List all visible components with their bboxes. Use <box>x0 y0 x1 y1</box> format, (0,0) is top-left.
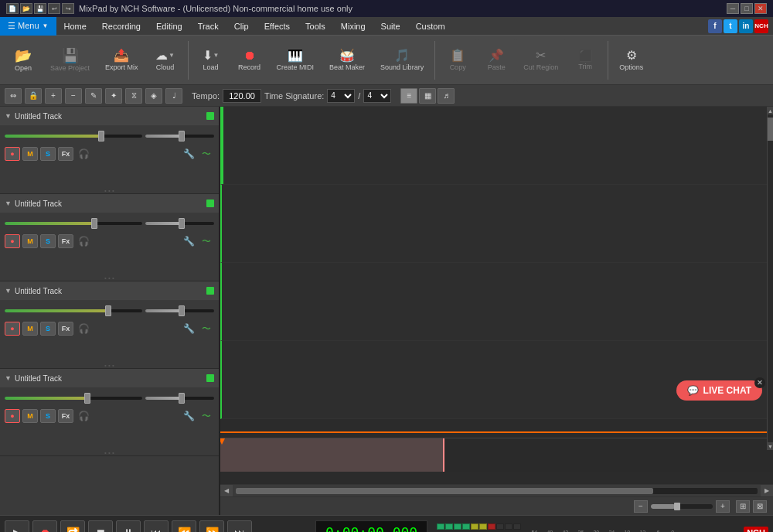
track-1-mute-button[interactable]: M <box>22 147 38 161</box>
menu-btn-suite[interactable]: Suite <box>373 17 408 36</box>
prev-marker-button[interactable]: ⏮ <box>144 520 169 533</box>
track-1-waveform-icon[interactable]: 〜 <box>199 147 214 161</box>
tool-btn-5[interactable]: ✎ <box>85 88 102 104</box>
tool-btn-2[interactable]: 🔒 <box>25 88 42 104</box>
scroll-left-arrow[interactable]: ◀ <box>220 485 233 497</box>
track-1-pan-fader[interactable] <box>145 135 214 138</box>
track-4-pan-fader[interactable] <box>145 397 214 400</box>
tool-btn-9[interactable]: ♩ <box>165 88 182 104</box>
track-3-volume-fader[interactable] <box>5 309 142 312</box>
menu-btn-menu[interactable]: ☰ Menu ▼ <box>0 17 56 36</box>
track-4-solo-button[interactable]: S <box>40 409 56 423</box>
menu-btn-track[interactable]: Track <box>190 17 226 36</box>
track-1-headphone-icon[interactable]: 🎧 <box>76 147 91 161</box>
track-2-fx-button[interactable]: Fx <box>58 234 73 248</box>
track-4-settings-icon[interactable]: 🔧 <box>181 409 196 423</box>
zoom-in-button[interactable]: + <box>716 500 730 513</box>
track-3-mute-button[interactable]: M <box>22 322 38 336</box>
track-4-volume-fader[interactable] <box>5 397 142 400</box>
scroll-track[interactable] <box>236 488 758 494</box>
zoom-out-button[interactable]: − <box>634 500 648 513</box>
v-scroll-up-arrow[interactable]: ▲ <box>768 107 773 114</box>
open-button[interactable]: 📂 Open <box>5 39 42 82</box>
fast-forward-button[interactable]: ⏩ <box>199 520 224 533</box>
track-2-mute-button[interactable]: M <box>22 234 38 248</box>
track-3-settings-icon[interactable]: 🔧 <box>181 322 196 336</box>
record-button[interactable]: ⏺ Record <box>231 39 268 82</box>
track-4-headphone-icon[interactable]: 🎧 <box>76 409 91 423</box>
track-1-fx-button[interactable]: Fx <box>58 147 73 161</box>
track-3-solo-button[interactable]: S <box>40 322 56 336</box>
play-button[interactable]: ▶ <box>5 520 29 533</box>
track-2-pan-fader[interactable] <box>145 222 214 225</box>
menu-btn-recording[interactable]: Recording <box>94 17 148 36</box>
menu-btn-mixing[interactable]: Mixing <box>333 17 373 36</box>
menu-btn-editing[interactable]: Editing <box>148 17 190 36</box>
track-1-solo-button[interactable]: S <box>40 147 56 161</box>
stop-button[interactable]: ⏹ <box>88 520 113 533</box>
export-mix-button[interactable]: 📤 Export Mix <box>98 39 145 82</box>
menu-btn-clip[interactable]: Clip <box>226 17 257 36</box>
time-sig-numerator[interactable]: 436 <box>327 89 355 103</box>
rewind-button[interactable]: ⏪ <box>172 520 196 533</box>
zoom-slider[interactable] <box>651 504 713 509</box>
cut-region-button[interactable]: ✂ Cut Region <box>516 39 565 82</box>
tool-btn-1[interactable]: ⇔ <box>5 88 22 104</box>
beat-maker-button[interactable]: 🥁 Beat Maker <box>322 39 372 82</box>
track-3-rec-button[interactable]: ● <box>5 322 20 336</box>
scroll-thumb[interactable] <box>236 488 653 494</box>
minimize-button[interactable]: ─ <box>727 3 739 14</box>
time-sig-denominator[interactable]: 482 <box>363 89 391 103</box>
scroll-right-arrow[interactable]: ▶ <box>761 485 773 497</box>
track-2-volume-fader[interactable] <box>5 222 142 225</box>
cloud-button[interactable]: ☁ ▼ Cloud <box>147 39 184 82</box>
undo-icon[interactable]: ↩ <box>48 3 60 14</box>
track-2-rec-button[interactable]: ● <box>5 234 20 248</box>
pause-button[interactable]: ⏸ <box>116 520 141 533</box>
vertical-scrollbar[interactable]: ▲ ▼ <box>767 107 773 450</box>
track-1-rec-button[interactable]: ● <box>5 147 20 161</box>
maximize-button[interactable]: □ <box>741 3 753 14</box>
track-2-waveform-icon[interactable]: 〜 <box>199 234 214 248</box>
linkedin-icon[interactable]: in <box>739 19 753 33</box>
track-1-settings-icon[interactable]: 🔧 <box>181 147 196 161</box>
track-4-waveform-icon[interactable]: 〜 <box>199 409 214 423</box>
menu-btn-effects[interactable]: Effects <box>257 17 298 36</box>
tempo-input[interactable] <box>223 89 261 103</box>
paste-button[interactable]: 📌 Paste <box>478 39 515 82</box>
sound-library-button[interactable]: 🎵 Sound Library <box>373 39 431 82</box>
next-marker-button[interactable]: ⏭ <box>227 520 252 533</box>
track-2-settings-icon[interactable]: 🔧 <box>181 234 196 248</box>
close-button[interactable]: ✕ <box>754 3 767 14</box>
tool-btn-4[interactable]: − <box>65 88 82 104</box>
tool-btn-8[interactable]: ◈ <box>145 88 162 104</box>
live-chat-button[interactable]: 💬 LIVE CHAT ✕ <box>676 380 762 401</box>
tool-btn-3[interactable]: + <box>45 88 62 104</box>
copy-button[interactable]: 📋 Copy <box>439 39 476 82</box>
v-scroll-down-arrow[interactable]: ▼ <box>768 442 773 450</box>
live-chat-close-icon[interactable]: ✕ <box>754 377 765 388</box>
track-3-waveform-icon[interactable]: 〜 <box>199 322 214 336</box>
create-midi-button[interactable]: 🎹 Create MIDI <box>270 39 322 82</box>
twitter-icon[interactable]: t <box>724 19 737 33</box>
tool-btn-7[interactable]: ⧖ <box>125 88 142 104</box>
facebook-icon[interactable]: f <box>708 19 722 33</box>
view-btn-blocks[interactable]: ▦ <box>419 88 436 104</box>
menu-btn-tools[interactable]: Tools <box>298 17 333 36</box>
menu-btn-custom[interactable]: Custom <box>408 17 453 36</box>
track-3-fx-button[interactable]: Fx <box>58 322 73 336</box>
view-btn-waveform[interactable]: ≡ <box>400 88 417 104</box>
v-scroll-thumb[interactable] <box>768 118 773 141</box>
tool-btn-6[interactable]: ✦ <box>105 88 122 104</box>
load-button[interactable]: ⬇ ▼ Load <box>192 39 230 82</box>
zoom-reset-button[interactable]: ⊠ <box>753 500 767 513</box>
track-2-solo-button[interactable]: S <box>40 234 56 248</box>
track-3-headphone-icon[interactable]: 🎧 <box>76 322 91 336</box>
record-transport-button[interactable]: ⏺ <box>32 520 57 533</box>
options-button[interactable]: ⚙ Options <box>612 39 650 82</box>
redo-icon[interactable]: ↪ <box>62 3 74 14</box>
view-btn-notes[interactable]: ♬ <box>438 88 455 104</box>
zoom-fit-button[interactable]: ⊞ <box>736 500 750 513</box>
horizontal-scrollbar[interactable]: ◀ ▶ <box>220 484 773 496</box>
menu-btn-home[interactable]: Home <box>56 17 94 36</box>
